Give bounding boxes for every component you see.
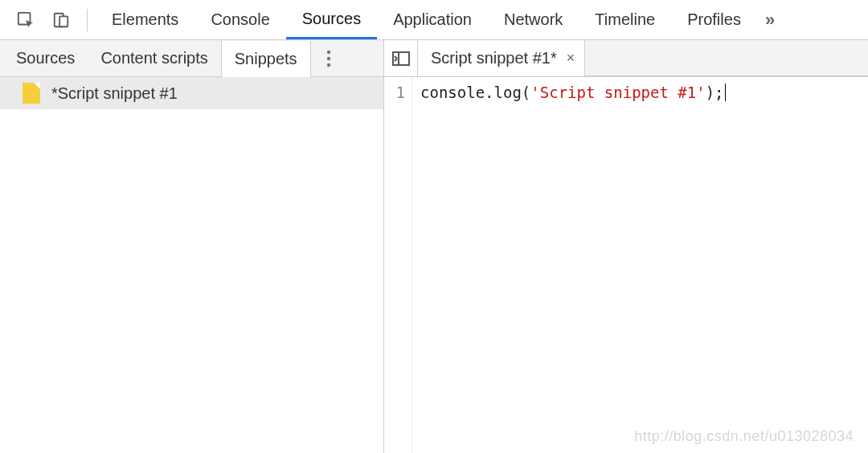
svg-rect-2 — [59, 16, 68, 27]
code-token: ) — [706, 84, 714, 101]
code-token: ; — [714, 84, 723, 101]
close-icon[interactable]: × — [567, 50, 575, 67]
line-number: 1 — [384, 84, 405, 101]
svg-point-5 — [326, 63, 330, 66]
line-gutter: 1 — [384, 77, 412, 453]
editor-file-tabs: Script snippet #1* × — [384, 40, 868, 76]
svg-point-4 — [326, 56, 330, 59]
tab-profiles[interactable]: Profiles — [671, 0, 757, 39]
tab-network[interactable]: Network — [488, 0, 579, 39]
tab-sources[interactable]: Sources — [286, 0, 377, 39]
subtab-sources[interactable]: Sources — [3, 40, 88, 76]
snippet-file-icon — [23, 83, 40, 104]
subtab-label: Content scripts — [100, 49, 207, 67]
file-tab-label: Script snippet #1* — [431, 49, 557, 67]
code-token: ( — [522, 84, 530, 101]
tab-elements[interactable]: Elements — [96, 0, 194, 39]
snippets-sidebar: *Script snippet #1 — [0, 77, 384, 453]
code-token: . — [485, 84, 493, 101]
subtab-label: Snippets — [235, 50, 297, 68]
devtools-top-tabs: Elements Console Sources Application Net… — [0, 0, 868, 40]
tab-label: Network — [504, 10, 563, 29]
text-cursor — [725, 84, 726, 101]
tab-label: Console — [211, 10, 269, 29]
toggle-navigator-icon[interactable] — [384, 40, 418, 76]
watermark-text: http://blog.csdn.net/u013028034 — [634, 428, 854, 445]
code-token: console — [420, 84, 485, 101]
tab-timeline[interactable]: Timeline — [579, 0, 671, 39]
tab-label: Application — [393, 10, 472, 29]
subtab-label: Sources — [16, 49, 75, 67]
tab-label: Elements — [112, 10, 178, 29]
sources-subtabs: Sources Content scripts Snippets — [0, 40, 384, 76]
file-tab-script-snippet-1[interactable]: Script snippet #1* × — [418, 40, 585, 76]
snippet-file-label: *Script snippet #1 — [51, 84, 178, 103]
subtab-content-scripts[interactable]: Content scripts — [88, 40, 220, 76]
overflow-glyph: » — [765, 10, 775, 30]
more-options-icon[interactable] — [311, 40, 346, 76]
tab-label: Timeline — [595, 10, 655, 29]
code-area[interactable]: console.log('Script snippet #1'); — [412, 77, 868, 453]
tab-label: Sources — [302, 10, 361, 28]
sources-toolbar-row: Sources Content scripts Snippets Script … — [0, 40, 868, 77]
subtab-snippets[interactable]: Snippets — [221, 41, 311, 77]
code-token: log — [494, 84, 522, 101]
snippet-file-row[interactable]: *Script snippet #1 — [0, 77, 383, 109]
tabs-overflow-icon[interactable]: » — [765, 10, 775, 31]
device-toggle-icon[interactable] — [48, 7, 74, 33]
svg-rect-6 — [393, 52, 409, 65]
sources-main-split: *Script snippet #1 1 console.log('Script… — [0, 77, 868, 453]
code-editor[interactable]: 1 console.log('Script snippet #1'); http… — [384, 77, 868, 453]
svg-point-3 — [326, 50, 330, 53]
code-token: 'Script snippet #1' — [530, 84, 705, 101]
inspect-element-icon[interactable] — [13, 7, 39, 33]
tab-application[interactable]: Application — [377, 0, 488, 39]
tab-label: Profiles — [687, 10, 741, 29]
file-tabs-filler — [585, 40, 868, 76]
divider — [87, 9, 88, 31]
tab-console[interactable]: Console — [194, 0, 285, 39]
